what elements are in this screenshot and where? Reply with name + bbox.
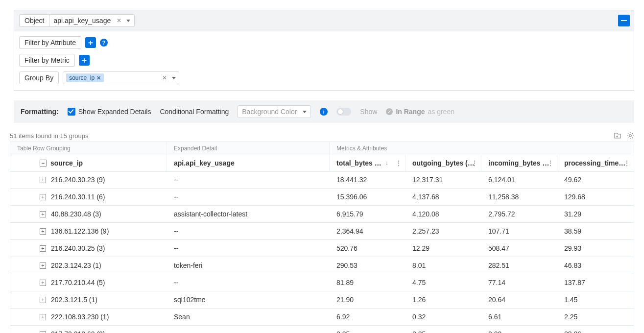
incoming-bytes-value: 20.64 xyxy=(481,291,557,308)
total-bytes-value: 18,441.32 xyxy=(330,171,405,188)
col-api-key-usage[interactable]: api.api_key_usage xyxy=(167,155,330,171)
sort-desc-icon: ↓ xyxy=(385,160,388,166)
superhead-detail: Expanded Detail xyxy=(167,142,330,155)
expand-row-icon[interactable]: + xyxy=(40,280,46,286)
outgoing-bytes-value: 8.01 xyxy=(405,257,481,274)
filter-controls: Filter by Attribute ＋ ? Filter by Metric… xyxy=(14,31,634,90)
processing-time-value: 31.29 xyxy=(557,206,633,222)
detail-value: -- xyxy=(167,326,330,333)
col-processing-time[interactable]: processing_time… ⋮ xyxy=(557,155,633,171)
background-color-select[interactable]: Background Color xyxy=(238,105,311,118)
expand-row-icon[interactable]: + xyxy=(40,262,46,269)
collapse-all-icon[interactable]: − xyxy=(40,160,47,166)
outgoing-bytes-value: 2.35 xyxy=(405,326,481,333)
outgoing-bytes-value: 12.29 xyxy=(405,240,481,257)
group-value: 222.108.93.230 (1) xyxy=(51,313,109,321)
export-icon[interactable] xyxy=(614,132,621,140)
clear-object-icon[interactable]: ✕ xyxy=(117,17,121,24)
table-row[interactable]: +217.70.210.60 (2)--2.352.350.0088.86 xyxy=(10,326,634,333)
incoming-bytes-value: 0.00 xyxy=(481,326,557,333)
processing-time-value: 46.83 xyxy=(557,257,633,274)
column-menu-icon[interactable]: ⋮ xyxy=(471,159,478,167)
incoming-bytes-value: 508.47 xyxy=(481,240,557,257)
incoming-bytes-value: 2,795.72 xyxy=(481,206,557,222)
expand-row-icon[interactable]: + xyxy=(40,297,46,303)
object-row: Object api.api_key_usage ✕ xyxy=(14,10,634,31)
outgoing-bytes-value: 4.75 xyxy=(405,274,481,291)
col-total-bytes[interactable]: total_bytes … ↓ ⋮ xyxy=(330,155,405,171)
table-header: − source_ip api.api_key_usage total_byte… xyxy=(10,155,634,171)
col-label: api.api_key_usage xyxy=(174,159,235,167)
table-row[interactable]: +222.108.93.230 (1)Sean6.920.326.612.25 xyxy=(10,309,634,326)
group-value: 216.240.30.25 (3) xyxy=(51,244,105,252)
col-outgoing-bytes[interactable]: outgoing_bytes (… ⋮ xyxy=(405,155,481,171)
table-row[interactable]: +202.3.121.5 (1)sql102tme21.901.2620.641… xyxy=(10,291,634,309)
detail-value: -- xyxy=(167,240,330,257)
expand-row-icon[interactable]: + xyxy=(40,245,46,252)
expand-row-icon[interactable]: + xyxy=(40,228,46,235)
expanded-checkbox[interactable] xyxy=(68,108,75,116)
add-attr-filter-button[interactable]: ＋ xyxy=(85,37,96,48)
col-source-ip[interactable]: − source_ip xyxy=(10,155,167,171)
collapse-panel-button[interactable] xyxy=(618,15,630,26)
detail-value: Sean xyxy=(167,309,330,325)
chevron-down-icon xyxy=(126,20,130,22)
expand-row-icon[interactable]: + xyxy=(40,314,46,320)
total-bytes-value: 81.89 xyxy=(330,274,405,291)
outgoing-bytes-value: 4,120.08 xyxy=(405,206,481,222)
object-select[interactable]: api.api_key_usage ✕ xyxy=(49,14,135,27)
col-label: source_ip xyxy=(50,159,83,167)
column-menu-icon[interactable]: ⋮ xyxy=(547,159,554,167)
table-row[interactable]: +217.70.210.44 (5)--81.894.7577.14137.87 xyxy=(10,274,634,291)
show-toggle[interactable] xyxy=(336,108,351,116)
expand-row-icon[interactable]: + xyxy=(40,331,46,333)
expand-row-icon[interactable]: + xyxy=(40,194,46,200)
column-menu-icon[interactable]: ⋮ xyxy=(395,159,402,167)
table-row[interactable]: +202.3.124.23 (1)token-feri290.538.01282… xyxy=(10,257,634,274)
incoming-bytes-value: 6,124.01 xyxy=(481,171,557,188)
column-menu-icon[interactable]: ⋮ xyxy=(623,159,630,167)
processing-time-value: 1.45 xyxy=(557,291,633,308)
remove-chip-icon[interactable]: ✕ xyxy=(96,75,101,81)
info-icon[interactable]: i xyxy=(320,108,328,116)
filter-metric-button[interactable]: Filter by Metric xyxy=(19,54,75,67)
processing-time-value: 88.86 xyxy=(557,326,633,333)
table-row[interactable]: +216.240.30.11 (6)--15,396.064,137.6811,… xyxy=(10,189,634,206)
total-bytes-value: 290.53 xyxy=(330,257,405,274)
incoming-bytes-value: 77.14 xyxy=(481,274,557,291)
outgoing-bytes-value: 12,317.31 xyxy=(405,171,481,188)
detail-value: -- xyxy=(167,223,330,239)
col-incoming-bytes[interactable]: incoming_bytes … ⋮ xyxy=(481,155,557,171)
table-row[interactable]: +40.88.230.48 (3)assistant-collector-lat… xyxy=(10,206,634,223)
clear-groupby-icon[interactable]: ✕ xyxy=(162,74,167,81)
processing-time-value: 129.68 xyxy=(557,189,633,205)
object-label: Object xyxy=(19,14,49,27)
total-bytes-value: 520.76 xyxy=(330,240,405,257)
processing-time-value: 29.93 xyxy=(557,240,633,257)
expand-row-icon[interactable]: + xyxy=(40,211,46,217)
total-bytes-value: 6.92 xyxy=(330,309,405,325)
formatting-bar: Formatting: Show Expanded Details Condit… xyxy=(14,100,634,123)
groupby-input[interactable]: source_ip ✕ ✕ xyxy=(63,71,179,84)
total-bytes-value: 6,915.79 xyxy=(330,206,405,222)
filter-attribute-button[interactable]: Filter by Attribute xyxy=(19,36,81,49)
table-row[interactable]: +136.61.122.136 (9)--2,364.942,257.23107… xyxy=(10,223,634,240)
add-metric-filter-button[interactable]: ＋ xyxy=(79,55,90,66)
groupby-chip[interactable]: source_ip ✕ xyxy=(66,73,104,82)
help-icon[interactable]: ? xyxy=(100,39,108,47)
check-circle-icon: ✓ xyxy=(386,108,393,115)
detail-value: token-feri xyxy=(167,257,330,274)
bg-select-value: Background Color xyxy=(242,108,297,116)
settings-icon[interactable] xyxy=(626,132,634,140)
table-row[interactable]: +216.240.30.23 (9)--18,441.3212,317.316,… xyxy=(10,171,634,189)
table-row[interactable]: +216.240.30.25 (3)--520.7612.29508.4729.… xyxy=(10,240,634,257)
col-label: processing_time… xyxy=(564,159,625,167)
in-range-text: In Range xyxy=(396,108,425,116)
incoming-bytes-value: 6.61 xyxy=(481,309,557,325)
superhead-metrics: Metrics & Attributes xyxy=(330,142,634,155)
group-value: 217.70.210.44 (5) xyxy=(51,279,105,286)
superhead-grouping: Table Row Grouping xyxy=(10,142,167,155)
expand-row-icon[interactable]: + xyxy=(40,177,46,183)
conditional-formatting-label: Conditional Formatting xyxy=(160,108,229,116)
processing-time-value: 2.25 xyxy=(557,309,633,325)
